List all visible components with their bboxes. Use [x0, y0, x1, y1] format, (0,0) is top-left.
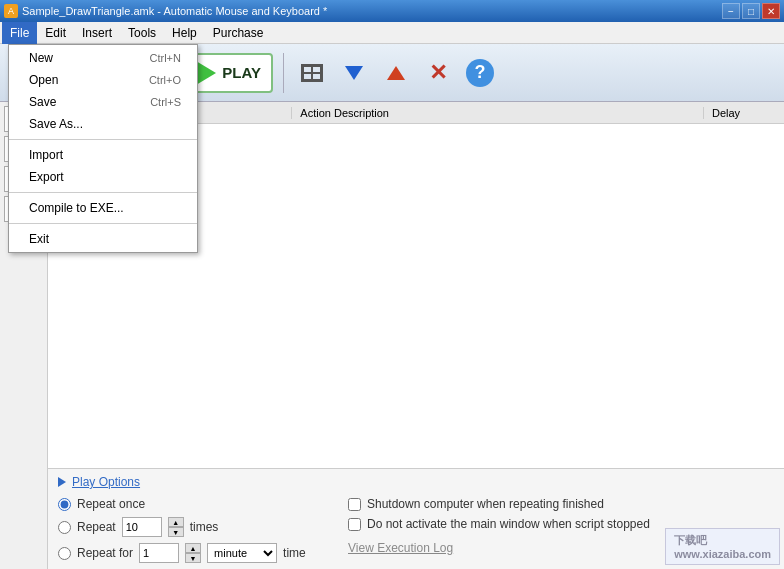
separator-2: [9, 192, 197, 193]
menu-open[interactable]: Open Ctrl+O: [9, 69, 197, 91]
no-activate-checkbox[interactable]: [348, 518, 361, 531]
repeat-times-spinner: ▲ ▼: [168, 517, 184, 537]
time-label: time: [283, 546, 306, 560]
play-icon: [196, 61, 216, 85]
repeat-for-label: Repeat for: [77, 546, 133, 560]
options-left: Repeat once Repeat ▲ ▼ times: [58, 497, 318, 563]
no-activate-row: Do not activate the main window when scr…: [348, 517, 650, 531]
delete-icon: ✕: [429, 62, 447, 84]
spin-for-down[interactable]: ▼: [185, 553, 201, 563]
menu-save[interactable]: Save Ctrl+S: [9, 91, 197, 113]
title-bar-left: A Sample_DrawTriangle.amk - Automatic Mo…: [4, 4, 327, 18]
grid-icon: [301, 64, 323, 82]
no-activate-label: Do not activate the main window when scr…: [367, 517, 650, 531]
help-button[interactable]: ?: [462, 55, 498, 91]
arrow-up-icon: [387, 66, 405, 80]
repeat-for-spinner: ▲ ▼: [185, 543, 201, 563]
play-options-title: Play Options: [72, 475, 140, 489]
menu-bar: File Edit Insert Tools Help Purchase: [0, 22, 784, 44]
separator-1: [9, 139, 197, 140]
spin-up[interactable]: ▲: [168, 517, 184, 527]
watermark: 下载吧 www.xiazaiba.com: [665, 528, 780, 565]
play-options-header[interactable]: Play Options: [58, 475, 774, 489]
select-action-button[interactable]: [294, 55, 330, 91]
view-log-link[interactable]: View Execution Log: [348, 541, 650, 555]
repeat-row: Repeat ▲ ▼ times: [58, 517, 318, 537]
watermark-text: 下载吧: [674, 533, 771, 548]
col-delay: Delay: [704, 107, 784, 119]
app-icon: A: [4, 4, 18, 18]
repeat-label: Repeat: [77, 520, 116, 534]
window-title: Sample_DrawTriangle.amk - Automatic Mous…: [22, 5, 327, 17]
repeat-for-row: Repeat for ▲ ▼ minute hour second time: [58, 543, 318, 563]
times-label: times: [190, 520, 219, 534]
repeat-times-input[interactable]: [122, 517, 162, 537]
file-dropdown: New Ctrl+N Open Ctrl+O Save Ctrl+S Save …: [8, 44, 198, 253]
menu-insert[interactable]: Insert: [74, 22, 120, 44]
menu-new[interactable]: New Ctrl+N: [9, 47, 197, 69]
menu-edit[interactable]: Edit: [37, 22, 74, 44]
play-label: PLAY: [222, 64, 261, 81]
menu-purchase[interactable]: Purchase: [205, 22, 272, 44]
repeat-radio[interactable]: [58, 521, 71, 534]
arrow-down-icon: [345, 66, 363, 80]
move-down-button[interactable]: [336, 55, 372, 91]
menu-tools[interactable]: Tools: [120, 22, 164, 44]
repeat-once-label: Repeat once: [77, 497, 145, 511]
close-button[interactable]: ✕: [762, 3, 780, 19]
menu-file[interactable]: File: [2, 22, 37, 44]
separator-3: [9, 223, 197, 224]
repeat-for-input[interactable]: [139, 543, 179, 563]
title-bar-buttons: − □ ✕: [722, 3, 780, 19]
menu-help[interactable]: Help: [164, 22, 205, 44]
shutdown-row: Shutdown computer when repeating finishe…: [348, 497, 650, 511]
spin-for-up[interactable]: ▲: [185, 543, 201, 553]
menu-compile[interactable]: Compile to EXE...: [9, 197, 197, 219]
options-right: Shutdown computer when repeating finishe…: [348, 497, 650, 563]
repeat-once-row: Repeat once: [58, 497, 318, 511]
delete-button[interactable]: ✕: [420, 55, 456, 91]
menu-save-as[interactable]: Save As...: [9, 113, 197, 135]
shutdown-label: Shutdown computer when repeating finishe…: [367, 497, 604, 511]
title-bar: A Sample_DrawTriangle.amk - Automatic Mo…: [0, 0, 784, 22]
spin-down[interactable]: ▼: [168, 527, 184, 537]
repeat-for-radio[interactable]: [58, 547, 71, 560]
collapse-icon: [58, 477, 66, 487]
move-up-button[interactable]: [378, 55, 414, 91]
col-description: Action Description: [292, 107, 704, 119]
shutdown-checkbox[interactable]: [348, 498, 361, 511]
menu-import[interactable]: Import: [9, 144, 197, 166]
toolbar-separator-1: [283, 53, 284, 93]
repeat-once-radio[interactable]: [58, 498, 71, 511]
menu-exit[interactable]: Exit: [9, 228, 197, 250]
help-icon: ?: [466, 59, 494, 87]
menu-export[interactable]: Export: [9, 166, 197, 188]
watermark-url: www.xiazaiba.com: [674, 548, 771, 560]
time-unit-select[interactable]: minute hour second: [207, 543, 277, 563]
restore-button[interactable]: □: [742, 3, 760, 19]
minimize-button[interactable]: −: [722, 3, 740, 19]
